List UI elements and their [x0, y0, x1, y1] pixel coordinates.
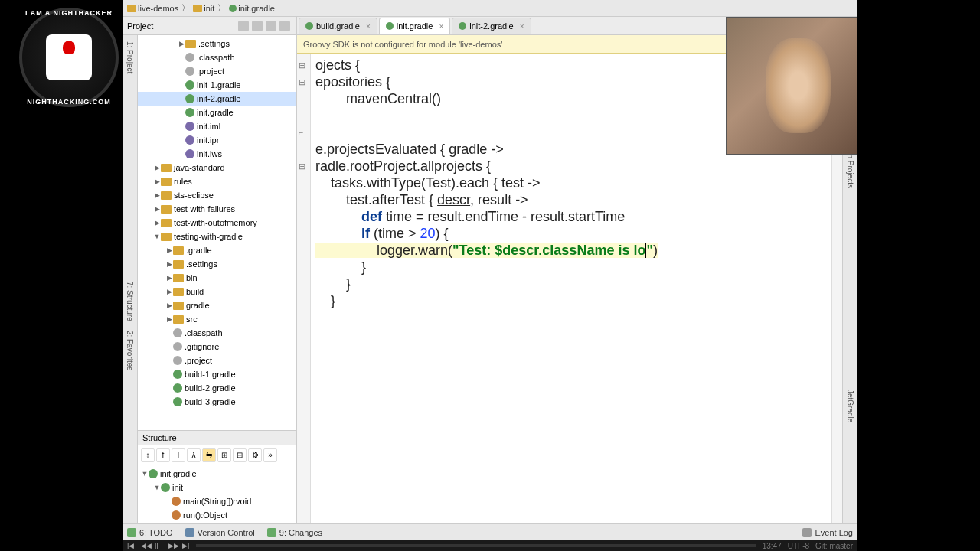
tree-item-label: rules — [174, 177, 192, 186]
folder-icon — [161, 191, 172, 200]
tree-item-label: init-2.gradle — [197, 94, 240, 103]
sort-icon[interactable]: ↕ — [141, 448, 155, 462]
fold-icon[interactable]: ⊟ — [299, 73, 305, 90]
tree-item-init-ipr[interactable]: init.ipr — [138, 133, 296, 147]
tree-item--classpath[interactable]: .classpath — [138, 326, 296, 340]
tree-item-label: .project — [197, 67, 224, 76]
tree-item-label: .classpath — [197, 53, 235, 62]
tab-init-gradle[interactable]: init.gradle× — [379, 18, 451, 34]
tree-item--gradle[interactable]: ▶.gradle — [138, 243, 296, 257]
fast-forward-icon[interactable]: ▶▶ — [168, 542, 176, 549]
hide-icon[interactable] — [279, 21, 290, 31]
fold-icon[interactable]: ⊟ — [299, 158, 305, 174]
tree-item-build-3-gradle[interactable]: build-3.gradle — [138, 395, 296, 409]
webcam-overlay — [726, 17, 858, 155]
breadcrumb-folder[interactable]: init — [193, 4, 214, 13]
scroll-to-icon[interactable] — [238, 21, 249, 31]
folder-icon — [173, 260, 184, 269]
video-player-controls: |◀ ◀◀ ||▶ ▶▶ ▶| 13:47 UTF-8 Git: master — [122, 540, 858, 551]
vtab-structure[interactable]: 7: Structure — [126, 279, 134, 324]
fold-icon[interactable]: ⊟ — [299, 57, 305, 73]
tree-item-init-iws[interactable]: init.iws — [138, 147, 296, 161]
tree-item-label: .classpath — [185, 328, 223, 337]
tab-build-gradle[interactable]: build.gradle× — [299, 18, 377, 34]
tree-item--project[interactable]: .project — [138, 354, 296, 367]
close-icon[interactable]: × — [520, 22, 524, 31]
tree-item-gradle[interactable]: ▶gradle — [138, 298, 296, 312]
gradle-icon — [173, 383, 182, 393]
tree-item-init-1-gradle[interactable]: init-1.gradle — [138, 78, 296, 92]
expand-icon[interactable]: ⊞ — [217, 448, 231, 462]
tree-item-label: test-with-outofmemory — [174, 218, 257, 227]
settings-icon[interactable]: ⚙ — [248, 448, 262, 462]
gear-icon[interactable] — [266, 21, 276, 31]
structure-tree[interactable]: ▼init.gradle ▼init main(String[]):void r… — [138, 465, 296, 523]
vtab-favorites[interactable]: 2: Favorites — [126, 328, 134, 373]
tree-item--gitignore[interactable]: .gitignore — [138, 340, 296, 354]
skip-back-icon[interactable]: |◀ — [127, 542, 135, 549]
close-icon[interactable]: × — [366, 22, 371, 31]
hide-icon[interactable] — [283, 433, 292, 442]
filter-inherited-icon[interactable]: I — [172, 448, 185, 462]
tree-item-test-with-outofmemory[interactable]: ▶test-with-outofmemory — [138, 216, 296, 230]
changes-button[interactable]: 9: Changes — [267, 528, 322, 537]
tree-item-bin[interactable]: ▶bin — [138, 271, 296, 285]
tree-item-testing-with-gradle[interactable]: ▼testing-with-gradle — [138, 230, 296, 243]
tab-init2-gradle[interactable]: init-2.gradle× — [452, 18, 531, 34]
fold-end-icon[interactable]: ⌐ — [299, 124, 303, 141]
structure-title: Structure — [142, 433, 177, 442]
tree-item-label: init.iml — [197, 122, 220, 131]
collapse-all-icon[interactable]: ⊟ — [233, 448, 247, 462]
tree-item-src[interactable]: ▶src — [138, 312, 296, 326]
filter-fields-icon[interactable]: f — [156, 448, 170, 462]
folder-icon — [173, 274, 184, 282]
rewind-icon[interactable]: ◀◀ — [141, 542, 149, 549]
tree-item-rules[interactable]: ▶rules — [138, 174, 296, 188]
breadcrumb-root[interactable]: live-demos — [127, 4, 178, 13]
tree-item--settings[interactable]: ▶.settings — [138, 37, 296, 51]
editor-gutter[interactable]: ⊟ ⊟ ⌐ ⊟ — [297, 54, 311, 523]
autoscroll-icon[interactable]: ⇆ — [202, 448, 216, 462]
more-icon[interactable]: » — [263, 448, 277, 462]
tree-item-build-2-gradle[interactable]: build-2.gradle — [138, 381, 296, 395]
tree-item-init-iml[interactable]: init.iml — [138, 119, 296, 133]
vtab-project[interactable]: 1: Project — [126, 38, 134, 77]
tree-item-java-standard[interactable]: ▶java-standard — [138, 161, 296, 174]
skip-forward-icon[interactable]: ▶| — [182, 542, 190, 549]
tree-item-label: build-1.gradle — [185, 370, 236, 379]
filter-anon-icon[interactable]: λ — [187, 448, 201, 462]
todo-button[interactable]: 6: TODO — [127, 528, 173, 537]
tree-item-label: build-3.gradle — [185, 397, 236, 406]
collapse-icon[interactable] — [252, 21, 263, 31]
structure-init[interactable]: ▼init — [138, 481, 296, 494]
file-icon — [185, 53, 194, 62]
tree-item-build[interactable]: ▶build — [138, 285, 296, 298]
tree-item-label: init.iws — [197, 149, 222, 158]
version-control-button[interactable]: Version Control — [185, 528, 255, 537]
tree-item-sts-eclipse[interactable]: ▶sts-eclipse — [138, 188, 296, 202]
play-pause-icon[interactable]: ||▶ — [155, 542, 162, 549]
tree-item-label: build-2.gradle — [185, 383, 236, 393]
tree-item-build-1-gradle[interactable]: build-1.gradle — [138, 367, 296, 381]
tree-item-test-with-failures[interactable]: ▶test-with-failures — [138, 202, 296, 216]
structure-main[interactable]: main(String[]):void — [138, 494, 296, 508]
vtab-jetgradle[interactable]: JetGradle — [846, 386, 854, 425]
folder-icon — [185, 40, 196, 48]
close-icon[interactable]: × — [439, 22, 443, 31]
breadcrumb-file[interactable]: init.gradle — [229, 4, 275, 13]
tree-item-init-2-gradle[interactable]: init-2.gradle — [138, 92, 296, 106]
folder-icon — [161, 219, 172, 227]
structure-run[interactable]: run():Object — [138, 508, 296, 522]
tree-item-label: build — [186, 287, 204, 296]
tree-item--settings[interactable]: ▶.settings — [138, 257, 296, 271]
seek-bar[interactable] — [196, 544, 756, 547]
tree-item-init-gradle[interactable]: init.gradle — [138, 106, 296, 119]
gradle-icon — [173, 397, 182, 406]
tree-item--project[interactable]: .project — [138, 64, 296, 78]
project-panel: ▶.settings.classpath.projectinit-1.gradl… — [138, 35, 297, 523]
event-log-button[interactable]: Event Log — [802, 528, 853, 537]
gear-icon[interactable] — [273, 433, 283, 442]
tree-item--classpath[interactable]: .classpath — [138, 51, 296, 64]
structure-root[interactable]: ▼init.gradle — [138, 467, 296, 481]
project-tree[interactable]: ▶.settings.classpath.projectinit-1.gradl… — [138, 35, 296, 430]
